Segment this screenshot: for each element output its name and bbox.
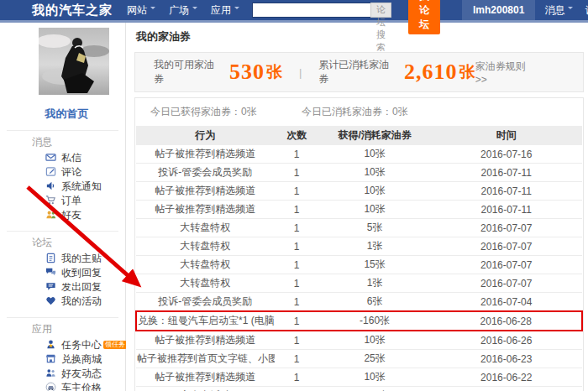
sidebar-item-private-messages[interactable]: 私信 bbox=[45, 151, 118, 165]
cell-count: 1 bbox=[275, 164, 319, 182]
sidebar-section-title: 论坛 bbox=[32, 236, 118, 249]
sidebar-item-friends[interactable]: 好友 bbox=[45, 208, 118, 222]
cell-action: 帖子被推荐到首页文字链、小图 bbox=[136, 350, 275, 368]
coupon-table-box: 今日已获得家油券：0张 今日已消耗家油券：0张 行为次数获得/消耗家油券时间 帖… bbox=[134, 97, 584, 391]
table-row: 帖子被推荐到精选频道 1 10张 2016-06-22 bbox=[136, 368, 582, 387]
highlighted-row: 兑换：纽曼汽车启动宝*1 (电脑版) 1 -160张 2016-06-28 bbox=[136, 311, 582, 331]
cell-count: 1 bbox=[275, 311, 319, 331]
sidebar-home-link[interactable]: 我的首页 bbox=[0, 107, 125, 122]
cell-date: 2016-07-11 bbox=[430, 201, 582, 219]
cell-coupons: 15张 bbox=[319, 256, 431, 274]
cell-date: 2016-07-11 bbox=[430, 164, 582, 182]
task-center-badge: 领任务 bbox=[103, 341, 127, 349]
cell-coupons: 6张 bbox=[319, 293, 431, 312]
sidebar-item-exchange-mall[interactable]: 兑换商城 bbox=[45, 352, 118, 367]
cell-action: 帖子被推荐到精选频道 bbox=[136, 182, 275, 201]
speaker-icon bbox=[45, 180, 56, 191]
cell-count: 1 bbox=[275, 237, 319, 256]
avatar[interactable] bbox=[39, 28, 109, 95]
table-row: 帖子被推荐到首页文字链、小图 1 25张 2016-06-23 bbox=[136, 350, 582, 368]
consumed-unit: 张 bbox=[459, 61, 475, 83]
sidebar-item-task-center[interactable]: 任务中心领任务 bbox=[45, 338, 118, 352]
cell-coupons: 10张 bbox=[319, 331, 431, 350]
main-content: 我的家油券 我的可用家油券 530 张 | 累计已消耗家油券 2,610 张 家… bbox=[126, 23, 588, 391]
mall-icon bbox=[45, 353, 56, 364]
topbar-right-item-0[interactable]: 消息 bbox=[542, 3, 575, 18]
cell-count: 1 bbox=[275, 350, 319, 368]
cell-action: 大转盘特权 bbox=[136, 219, 275, 237]
sidebar: 我的首页 消息 私信 评论 系统通知 订单 好友 论坛 我的主贴 收到回复 发出… bbox=[0, 23, 126, 391]
search-input[interactable] bbox=[252, 3, 370, 18]
sidebar-item-system-notices[interactable]: 系统通知 bbox=[45, 180, 118, 194]
cell-date: 2016-07-07 bbox=[430, 274, 582, 293]
table-row: 大转盘特权 1 15张 2016-07-07 bbox=[136, 256, 582, 274]
table-header-cell: 时间 bbox=[430, 126, 582, 145]
sidebar-item-replies-sent[interactable]: 发出回复 bbox=[45, 280, 118, 295]
topbar-nav-item-0[interactable]: 网站 bbox=[124, 3, 158, 18]
cell-action: 大转盘特权 bbox=[136, 256, 275, 274]
available-unit: 张 bbox=[266, 61, 282, 83]
cell-count: 1 bbox=[275, 182, 319, 201]
topbar-nav-item-2[interactable]: 应用 bbox=[208, 3, 242, 18]
sidebar-item-comments[interactable]: 评论 bbox=[45, 165, 118, 180]
table-row: 帖子被推荐到精选频道 1 10张 2016-07-11 bbox=[136, 182, 582, 201]
caret-down-icon bbox=[234, 7, 239, 12]
cell-date: 2016-07-07 bbox=[430, 256, 582, 274]
table-header-row: 行为次数获得/消耗家油券时间 bbox=[136, 126, 582, 145]
sidebar-item-friends-activity[interactable]: 好友动态 bbox=[45, 367, 118, 381]
table-header-cell: 行为 bbox=[136, 126, 275, 145]
cell-coupons: 10张 bbox=[319, 145, 431, 164]
cell-count: 1 bbox=[275, 256, 319, 274]
sidebar-item-my-posts[interactable]: 我的主贴 bbox=[45, 252, 118, 266]
table-row: 大转盘特权 1 1张 2016-07-07 bbox=[136, 274, 582, 293]
cell-coupons: 10张 bbox=[319, 201, 431, 219]
sidebar-item-replies-received[interactable]: 收到回复 bbox=[45, 266, 118, 280]
cell-date: 2016-06-28 bbox=[430, 311, 582, 331]
cell-date: 2016-07-07 bbox=[430, 237, 582, 256]
sidebar-section: 论坛 我的主贴 收到回复 发出回复 我的活动 bbox=[7, 231, 118, 309]
site-logo[interactable]: 我的汽车之家 bbox=[32, 3, 113, 18]
topbar-nav-item-1[interactable]: 广场 bbox=[166, 3, 200, 18]
caret-down-icon bbox=[568, 7, 573, 12]
sidebar-item-orders[interactable]: 订单 bbox=[45, 194, 118, 208]
sidebar-item-owner-prices[interactable]: 车主价格 bbox=[45, 381, 118, 391]
table-header-cell: 次数 bbox=[275, 126, 319, 145]
cell-date: 2016-06-22 bbox=[430, 368, 582, 387]
cell-action: 大转盘特权 bbox=[136, 274, 275, 293]
caret-down-icon bbox=[150, 7, 155, 12]
sidebar-item-my-activity[interactable]: 我的活动 bbox=[45, 295, 118, 309]
username[interactable]: lmh200801 bbox=[462, 0, 535, 20]
cell-action: 家人卡活动 bbox=[136, 387, 275, 391]
cell-coupons: 1张 bbox=[319, 237, 431, 256]
cell-coupons: 10张 bbox=[319, 368, 431, 387]
replies-received-icon bbox=[45, 267, 56, 278]
envelope-icon bbox=[45, 152, 56, 163]
sidebar-section-title: 消息 bbox=[32, 135, 118, 149]
cell-date: 2016-06-14 bbox=[430, 387, 582, 391]
table-row: 家人卡活动 1 100张 2016-06-14 bbox=[136, 387, 582, 391]
cell-coupons: -160张 bbox=[319, 311, 431, 331]
cell-coupons: 10张 bbox=[319, 182, 431, 201]
friends-icon bbox=[45, 209, 56, 220]
document-icon bbox=[45, 253, 56, 263]
coupon-rules-link[interactable]: 家油券规则 >> bbox=[475, 60, 539, 86]
coupon-summary: 我的可用家油券 530 张 | 累计已消耗家油券 2,610 张 家油券规则 >… bbox=[134, 52, 584, 92]
cell-action: 大转盘特权 bbox=[136, 237, 275, 256]
cell-action: 帖子被推荐到精选频道 bbox=[136, 145, 275, 164]
coupon-history-table: 行为次数获得/消耗家油券时间 帖子被推荐到精选频道 1 10张 2016-07-… bbox=[135, 126, 583, 391]
table-row: 帖子被推荐到精选频道 1 10张 2016-06-26 bbox=[136, 331, 582, 350]
cell-date: 2016-07-16 bbox=[430, 145, 582, 164]
table-row: 帖子被推荐到精选频道 1 10张 2016-07-11 bbox=[136, 201, 582, 219]
cell-coupons: 5张 bbox=[319, 219, 431, 237]
table-header-cell: 获得/消耗家油券 bbox=[319, 126, 431, 145]
table-row: 大转盘特权 1 5张 2016-07-07 bbox=[136, 219, 582, 237]
consumed-value: 2,610 bbox=[404, 60, 458, 85]
today-consumed: 今日已消耗家油券：0张 bbox=[302, 106, 408, 117]
find-forum-button[interactable]: 找论坛 bbox=[408, 0, 440, 34]
topbar-right-item-1[interactable]: 设置 bbox=[582, 3, 588, 18]
topbar-nav: 网站广场应用 bbox=[124, 3, 242, 18]
forum-search-button[interactable]: 论坛搜索 bbox=[370, 3, 391, 18]
available-label: 我的可用家油券 bbox=[154, 58, 223, 86]
cell-date: 2016-07-07 bbox=[430, 219, 582, 237]
cell-count: 1 bbox=[275, 201, 319, 219]
